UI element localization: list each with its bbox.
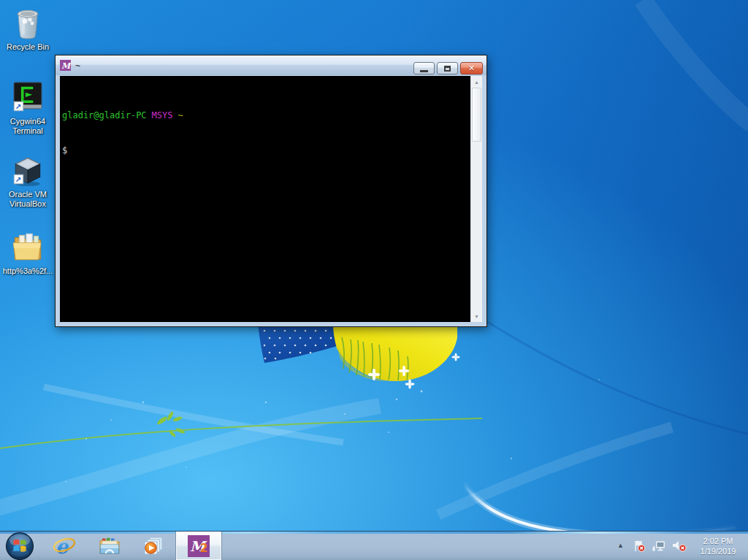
prompt-symbol: $: [62, 145, 67, 156]
clock[interactable]: 2:02 PM 1/19/2019: [692, 536, 744, 556]
windows-logo-icon: [5, 532, 34, 560]
prompt-user: gladir@gladir-PC: [62, 110, 147, 120]
folder-icon: [10, 230, 45, 265]
close-button[interactable]: ✕: [460, 62, 483, 74]
desktop-icon-recycle-bin[interactable]: Recycle Bin: [0, 4, 56, 52]
action-center-button[interactable]: [633, 540, 646, 552]
window-titlebar[interactable]: M ~ ✕: [56, 55, 486, 75]
maximize-button[interactable]: [437, 62, 458, 74]
svg-text:↗: ↗: [15, 175, 22, 184]
taskbar-media-player-button[interactable]: [137, 532, 169, 560]
scroll-up-button[interactable]: ▲: [471, 76, 482, 88]
maximize-icon: [444, 66, 451, 72]
virtualbox-icon: ↗: [10, 153, 45, 188]
action-center-flag-icon: [633, 540, 646, 552]
scroll-down-button[interactable]: ▼: [471, 310, 482, 322]
msys2-icon: M 2: [188, 535, 210, 557]
desktop-icon-label: Cygwin64: [10, 117, 45, 126]
scroll-up-icon: ▲: [474, 80, 479, 85]
chevron-up-icon: ▲: [617, 542, 624, 549]
desktop-icon-label: Terminal: [10, 126, 45, 136]
prompt-path: ~: [178, 110, 183, 120]
msys-terminal-window: M ~ ✕ gladir@gladir-PCMSYS~ $: [55, 55, 487, 327]
system-tray: ▲: [614, 532, 744, 560]
terminal-output[interactable]: gladir@gladir-PCMSYS~ $: [62, 86, 469, 180]
recycle-bin-icon: [10, 4, 45, 41]
cygwin-terminal-icon: ↗: [10, 80, 45, 115]
tray-date: 1/19/2019: [695, 546, 741, 556]
msys-window-icon: M: [60, 60, 71, 71]
taskbar: e: [0, 531, 748, 560]
scrollbar-thumb[interactable]: [472, 88, 481, 142]
start-button[interactable]: [1, 532, 38, 560]
windows-explorer-icon: [98, 535, 121, 557]
window-title: ~: [75, 61, 80, 71]
scroll-down-icon: ▼: [474, 314, 479, 319]
close-icon: ✕: [468, 64, 475, 72]
terminal-input-line: $: [62, 145, 469, 156]
desktop-icon-oracle-vm-virtualbox[interactable]: ↗ Oracle VM VirtualBox: [0, 153, 56, 209]
desktop-icon-label: http%3a%2f...: [3, 266, 53, 276]
minimize-button[interactable]: [413, 62, 435, 74]
prompt-system: MSYS: [152, 110, 173, 120]
minimize-icon: [420, 70, 428, 72]
svg-text:M: M: [61, 61, 71, 71]
media-player-icon: [142, 535, 164, 557]
taskbar-windows-explorer-button[interactable]: [94, 532, 126, 560]
desktop-icon-label: VirtualBox: [9, 199, 47, 209]
tray-time: 2:02 PM: [695, 536, 741, 546]
desktop: Recycle Bin ↗ Cygwin64 Terminal: [0, 0, 748, 560]
volume-button[interactable]: [671, 540, 687, 552]
desktop-icon-cygwin64-terminal[interactable]: ↗ Cygwin64 Terminal: [0, 80, 56, 136]
window-controls: ✕: [411, 62, 483, 74]
terminal-scrollbar[interactable]: ▲ ▼: [470, 76, 482, 322]
svg-text:↗: ↗: [15, 102, 22, 111]
desktop-icon-label: Oracle VM: [9, 190, 47, 199]
volume-muted-icon: [671, 540, 687, 552]
taskbar-msys2-button[interactable]: M 2: [175, 532, 222, 560]
taskbar-internet-explorer-button[interactable]: e: [48, 532, 80, 560]
svg-text:2: 2: [200, 542, 207, 555]
terminal-prompt-line: gladir@gladir-PCMSYS~: [62, 110, 469, 121]
internet-explorer-icon: e: [53, 535, 76, 557]
network-icon: [652, 540, 665, 552]
desktop-icon-label: Recycle Bin: [7, 42, 49, 52]
terminal-client-area: gladir@gladir-PCMSYS~ $ ▲ ▼: [60, 76, 482, 322]
show-hidden-icons-button[interactable]: ▲: [614, 540, 627, 551]
network-button[interactable]: [652, 540, 665, 552]
desktop-icon-http-folder[interactable]: http%3a%2f...: [0, 230, 56, 276]
